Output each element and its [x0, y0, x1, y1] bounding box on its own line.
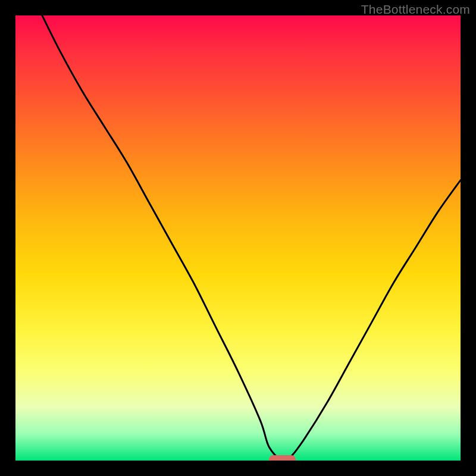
- chart-frame: TheBottleneck.com: [0, 0, 476, 476]
- bottleneck-curve: [15, 15, 461, 461]
- optimal-marker: [269, 455, 296, 461]
- plot-area: [15, 15, 461, 461]
- watermark-text: TheBottleneck.com: [361, 2, 470, 17]
